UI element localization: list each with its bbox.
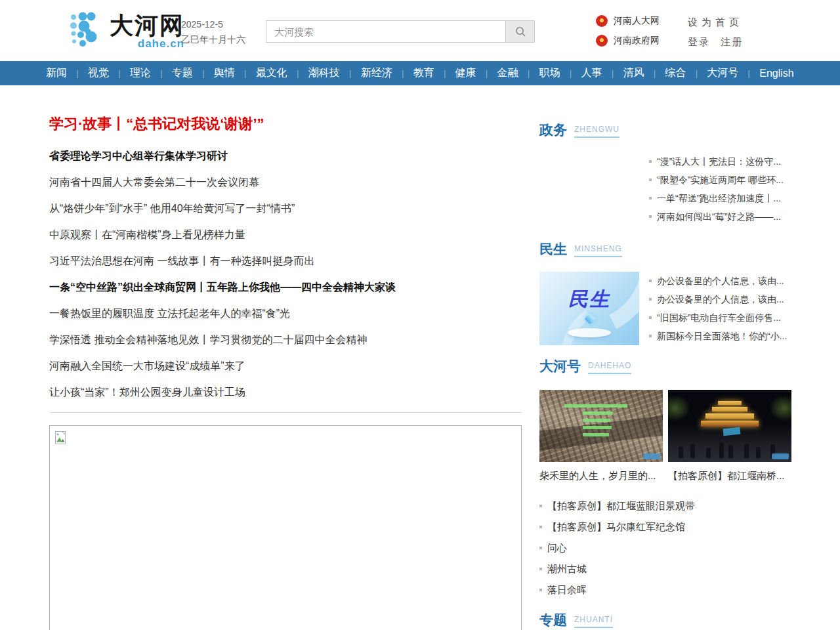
logo-text: 大河网 dahe.cn: [110, 12, 184, 48]
dahehao-card: 柴禾里的人生，岁月里的...: [539, 390, 663, 482]
watermark: [643, 453, 660, 459]
nav-item-finance[interactable]: 金融: [497, 66, 518, 80]
search-button[interactable]: [505, 21, 534, 42]
register-link[interactable]: 注册: [721, 36, 743, 47]
gov-link-label: 河南政府网: [614, 35, 660, 47]
dahehao-cards: 柴禾里的人生，岁月里的...: [539, 390, 791, 482]
gov-link-renda[interactable]: ★ 河南人大网: [596, 13, 660, 29]
night-bridge-photo[interactable]: [668, 390, 791, 462]
section-title[interactable]: 专题: [539, 612, 567, 628]
auth-links: 登录 注册: [688, 34, 751, 50]
nav-item-qingfeng[interactable]: 清风: [623, 66, 644, 80]
sidebar-link[interactable]: 办公设备里的个人信息，该由...: [649, 272, 791, 290]
sidebar-link[interactable]: 潮州古城: [539, 558, 791, 579]
nav-item-renshi[interactable]: 人事: [581, 66, 602, 80]
news-item[interactable]: 学深悟透 推动全会精神落地见效丨学习贯彻党的二十届四中全会精神: [49, 327, 522, 353]
dahehao-card: 【拍客原创】都江堰南桥...: [668, 390, 791, 482]
nav-separator: |: [349, 68, 351, 78]
section-title[interactable]: 政务: [539, 122, 567, 138]
news-item[interactable]: 让小孩“当家”！郑州公园变身儿童设计工场: [49, 379, 522, 406]
watermark: [772, 453, 789, 459]
national-emblem-icon: ★: [596, 15, 608, 27]
news-item[interactable]: 一条“空中丝路”织出全球商贸网丨五年路上你我他——四中全会精神大家谈: [49, 274, 522, 301]
sidebar-link[interactable]: “漫”话人大丨宪法日：这份守...: [649, 152, 791, 171]
section-dahehao: 大河号 DAHEHAO 柴禾里的人生，岁月里的...: [539, 358, 791, 600]
firewood-photo[interactable]: [539, 390, 663, 462]
nav-separator: |: [118, 68, 120, 78]
set-home-link[interactable]: 设为首页: [688, 14, 751, 30]
search-input[interactable]: [266, 21, 505, 42]
sidebar-link[interactable]: “限塑令”实施近两周年 哪些环...: [649, 171, 791, 189]
news-item[interactable]: 河南融入全国统一大市场建设“成绩单”来了: [49, 353, 522, 379]
site-header: 大河网 dahe.cn 2025-12-5 乙巳年十月十六 ★ 河南人大网 ★ …: [0, 0, 840, 61]
nav-separator: |: [444, 68, 446, 78]
nav-item-culture[interactable]: 最文化: [256, 66, 287, 80]
nav-separator: |: [402, 68, 404, 78]
sidebar-link[interactable]: 【拍客原创】马尔康红军纪念馆: [539, 516, 791, 537]
main-column: 学习·故事丨“总书记对我说‘谢谢’” 省委理论学习中心组举行集体学习研讨 河南省…: [49, 85, 522, 630]
news-item[interactable]: 省委理论学习中心组举行集体学习研讨: [49, 143, 522, 169]
photo-decoration: [723, 427, 740, 436]
photo-text-overlay: [564, 404, 627, 440]
national-emblem-icon: ★: [596, 35, 608, 47]
login-link[interactable]: 登录: [688, 36, 710, 47]
section-zhuanti: 专题 ZHUANTI: [539, 612, 791, 628]
top-headline[interactable]: 学习·故事丨“总书记对我说‘谢谢’”: [49, 114, 522, 134]
zhengwu-image-placeholder: [539, 152, 639, 230]
date-gregorian: 2025-12-5: [181, 17, 245, 32]
news-item[interactable]: 习近平法治思想在河南 一线故事丨有一种选择叫挺身而出: [49, 248, 522, 274]
nav-separator: |: [612, 68, 614, 78]
pagoda-decoration: [668, 399, 791, 427]
nav-item-tech[interactable]: 潮科技: [308, 66, 340, 80]
nav-separator: |: [748, 68, 750, 78]
news-list: 省委理论学习中心组举行集体学习研讨 河南省十四届人大常委会第二十一次会议闭幕 从…: [49, 143, 522, 406]
nav-item-theory[interactable]: 理论: [130, 66, 151, 80]
sidebar: 政务 ZHENGWU “漫”话人大丨宪法日：这份守... “限塑令”实施近两周年…: [539, 85, 791, 630]
nav-item-health[interactable]: 健康: [455, 66, 476, 80]
minsheng-thumbnail[interactable]: 民生: [539, 272, 639, 345]
section-subtitle: DAHEHAO: [588, 361, 631, 374]
nav-item-english[interactable]: English: [759, 68, 793, 79]
news-item[interactable]: 一餐热饭里的履职温度 立法托起老年人的幸福“食”光: [49, 301, 522, 327]
broken-image-icon: [55, 431, 67, 445]
sidebar-link[interactable]: 落日余晖: [539, 579, 791, 600]
nav-separator: |: [486, 68, 488, 78]
section-title[interactable]: 大河号: [539, 358, 581, 374]
news-item[interactable]: 从“烙饼少年”到“水手” 他用40年给黄河写了一封“情书”: [49, 196, 522, 222]
logo-domain: dahe.cn: [110, 39, 184, 48]
nav-separator: |: [654, 68, 656, 78]
nav-item-education[interactable]: 教育: [413, 66, 434, 80]
news-item[interactable]: 河南省十四届人大常委会第二十一次会议闭幕: [49, 169, 522, 196]
news-item[interactable]: 中原观察丨在“河南楷模”身上看见榜样力量: [49, 222, 522, 248]
section-title[interactable]: 民生: [539, 242, 567, 257]
date-block: 2025-12-5 乙巳年十月十六: [181, 17, 245, 47]
nav-separator: |: [244, 68, 246, 78]
sidebar-link[interactable]: 问心: [539, 537, 791, 558]
nav-item-economy[interactable]: 新经济: [361, 66, 392, 80]
sidebar-link[interactable]: 河南如何闯出“莓”好之路——...: [649, 207, 791, 226]
nav-item-zhuanti[interactable]: 专题: [172, 66, 193, 80]
sidebar-link[interactable]: 办公设备里的个人信息，该由...: [649, 290, 791, 308]
nav-item-zonghe[interactable]: 综合: [665, 66, 686, 80]
section-minsheng: 民生 MINSHENG 民生 办公设备里的个人信息，该由... 办公设备里的个人…: [539, 242, 791, 345]
section-header: 政务 ZHENGWU: [539, 122, 791, 138]
minsheng-links: 办公设备里的个人信息，该由... 办公设备里的个人信息，该由... “旧国标”电…: [649, 272, 791, 345]
nav-item-dahehao[interactable]: 大河号: [707, 66, 738, 80]
nav-item-yuqing[interactable]: 舆情: [214, 66, 235, 80]
section-header: 民生 MINSHENG: [539, 242, 791, 257]
logo-bubbles-icon: [70, 12, 105, 47]
nav-item-news[interactable]: 新闻: [46, 66, 67, 80]
sidebar-link[interactable]: 一单“帮送”跑出经济加速度丨...: [649, 189, 791, 207]
nav-item-career[interactable]: 职场: [539, 66, 560, 80]
sidebar-link[interactable]: “旧国标”电动自行车全面停售...: [649, 308, 791, 327]
sidebar-link[interactable]: 新国标今日全面落地！你的“小...: [649, 327, 791, 345]
nav-item-visual[interactable]: 视觉: [88, 66, 109, 80]
sidebar-link[interactable]: 【拍客原创】都江堰蓝眼泪景观带: [539, 495, 791, 516]
section-header: 专题 ZHUANTI: [539, 612, 791, 628]
nav-separator: |: [528, 68, 530, 78]
gov-link-zhengfu[interactable]: ★ 河南政府网: [596, 33, 660, 49]
site-logo[interactable]: 大河网 dahe.cn: [70, 12, 184, 48]
card-caption[interactable]: 柴禾里的人生，岁月里的...: [539, 470, 663, 482]
section-divider: [49, 412, 522, 413]
card-caption[interactable]: 【拍客原创】都江堰南桥...: [668, 470, 791, 482]
